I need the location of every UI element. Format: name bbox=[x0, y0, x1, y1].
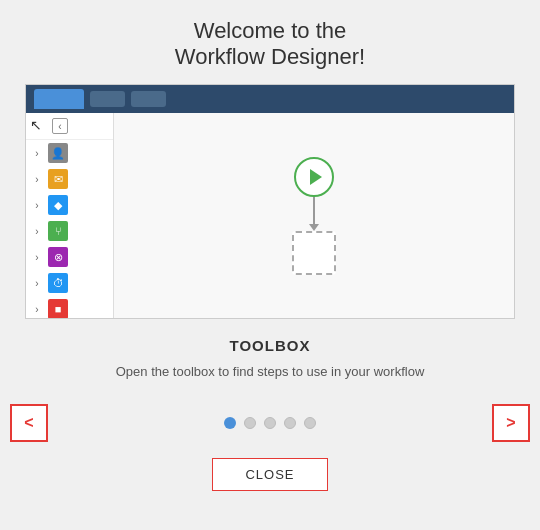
designer-header bbox=[26, 85, 514, 113]
sidebar-toolbar: ↖ ‹ bbox=[26, 113, 113, 140]
sidebar-row-4: › ⑂ bbox=[26, 218, 113, 244]
dot-1 bbox=[224, 417, 236, 429]
user-tool-icon: 👤 bbox=[48, 143, 68, 163]
expand-arrow-4: › bbox=[30, 224, 44, 238]
start-node bbox=[294, 157, 334, 197]
header-tab-2 bbox=[131, 91, 166, 107]
sidebar-row-6: › ⏱ bbox=[26, 270, 113, 296]
expand-arrow-1: › bbox=[30, 146, 44, 160]
toolbox-title: TOOLBOX bbox=[45, 337, 495, 354]
email-tool-icon: ✉ bbox=[48, 169, 68, 189]
prev-button[interactable]: < bbox=[10, 404, 48, 442]
bottom-section: TOOLBOX Open the toolbox to find steps t… bbox=[25, 319, 515, 392]
sidebar-row-1: › 👤 bbox=[26, 140, 113, 166]
diamond-tool-icon: ◆ bbox=[48, 195, 68, 215]
branch-tool-icon: ⑂ bbox=[48, 221, 68, 241]
sidebar-row-3: › ◆ bbox=[26, 192, 113, 218]
designer-canvas bbox=[114, 113, 514, 318]
dot-2 bbox=[244, 417, 256, 429]
red-tool-icon: ■ bbox=[48, 299, 68, 319]
workflow-diagram bbox=[292, 157, 336, 275]
expand-arrow-7: › bbox=[30, 302, 44, 316]
dot-5 bbox=[304, 417, 316, 429]
expand-arrow-3: › bbox=[30, 198, 44, 212]
designer-sidebar: ↖ ‹ › 👤 › ✉ › ◆ › ⑂ › ⊗ bbox=[26, 113, 114, 318]
designer-body: ↖ ‹ › 👤 › ✉ › ◆ › ⑂ › ⊗ bbox=[26, 113, 514, 318]
dots-row bbox=[224, 417, 316, 429]
header-tab-1 bbox=[90, 91, 125, 107]
sidebar-row-2: › ✉ bbox=[26, 166, 113, 192]
end-node bbox=[292, 231, 336, 275]
stop-tool-icon: ⊗ bbox=[48, 247, 68, 267]
title-line1: Welcome to the bbox=[175, 18, 365, 44]
dot-4 bbox=[284, 417, 296, 429]
clock-tool-icon: ⏱ bbox=[48, 273, 68, 293]
close-button-row: CLOSE bbox=[212, 450, 327, 505]
sidebar-row-7: › ■ bbox=[26, 296, 113, 319]
close-button[interactable]: CLOSE bbox=[212, 458, 327, 491]
expand-arrow-5: › bbox=[30, 250, 44, 264]
designer-preview: ↖ ‹ › 👤 › ✉ › ◆ › ⑂ › ⊗ bbox=[25, 84, 515, 319]
cursor-icon: ↖ bbox=[30, 117, 48, 135]
dot-3 bbox=[264, 417, 276, 429]
header-tab-active bbox=[34, 89, 84, 109]
title-area: Welcome to the Workflow Designer! bbox=[155, 0, 385, 84]
navigation-row: < > bbox=[0, 392, 540, 450]
expand-arrow-2: › bbox=[30, 172, 44, 186]
toolbox-description: Open the toolbox to find steps to use in… bbox=[45, 362, 495, 382]
play-triangle-icon bbox=[310, 169, 322, 185]
collapse-icon: ‹ bbox=[52, 118, 68, 134]
next-button[interactable]: > bbox=[492, 404, 530, 442]
expand-arrow-6: › bbox=[30, 276, 44, 290]
connector-line bbox=[313, 197, 315, 225]
title-line2: Workflow Designer! bbox=[175, 44, 365, 70]
sidebar-row-5: › ⊗ bbox=[26, 244, 113, 270]
